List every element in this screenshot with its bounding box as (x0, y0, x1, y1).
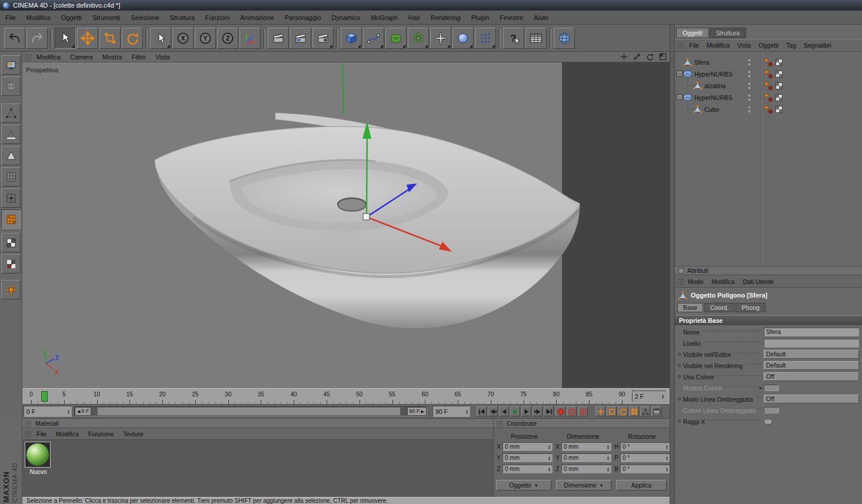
browser-globe-button[interactable] (554, 28, 575, 49)
menu-item-modifica[interactable]: Modifica (707, 42, 730, 49)
enable-dot[interactable] (764, 70, 768, 74)
uv-texture-button[interactable] (1, 233, 21, 252)
range-track[interactable] (97, 407, 401, 416)
spinner-icon[interactable]: ▲▼ (664, 456, 670, 460)
add-hypernurbs-button[interactable] (385, 28, 407, 49)
menu-item-personaggio[interactable]: Personaggio (285, 14, 321, 21)
spinner-icon[interactable]: ▲▼ (547, 445, 552, 449)
range-end-field[interactable]: 90 F▲▼ (432, 406, 470, 417)
coordinates-header[interactable]: Coordinate (494, 419, 670, 428)
range-start-field[interactable]: 0 F▲▼ (24, 406, 72, 417)
editor-visibility-dot[interactable] (748, 59, 751, 62)
visibile-nell-editor-dropdown[interactable]: Default (764, 350, 859, 359)
gizmo-center-handle[interactable] (363, 213, 370, 220)
attr-tab-phong[interactable]: Phong (735, 303, 765, 312)
tab-struttura[interactable]: Struttura (710, 28, 746, 38)
record-scale-toggle[interactable] (607, 406, 617, 416)
coord-field[interactable]: 0 mm▲▼ (502, 465, 553, 473)
menu-item-funzioni[interactable]: Funzioni (205, 14, 230, 21)
menu-item-tag[interactable]: Tag (786, 42, 796, 49)
rotate-tool-button[interactable] (122, 28, 143, 49)
spinner-icon[interactable]: ▲▼ (664, 445, 670, 449)
spinner-icon[interactable]: ▲▼ (464, 409, 470, 414)
object-row-sfera[interactable]: Sfera (675, 56, 862, 68)
menu-item-mograph[interactable]: MoGraph (371, 14, 398, 21)
axis-tool-button[interactable] (430, 28, 451, 49)
zoom-view-icon[interactable] (633, 52, 641, 61)
prev-frame-button[interactable] (499, 406, 509, 416)
next-frame-button[interactable] (521, 406, 531, 416)
coord-field[interactable]: 0 mm▲▼ (502, 453, 553, 462)
editor-visibility-dot[interactable] (748, 94, 751, 97)
menu-item-camere[interactable]: Camere (70, 54, 93, 61)
viewport-layout-button[interactable] (1, 55, 21, 75)
spinner-icon[interactable]: ▲▼ (605, 467, 611, 472)
panel-grip[interactable] (677, 278, 685, 285)
spinner-icon[interactable]: ▲▼ (66, 409, 71, 414)
next-key-button[interactable] (532, 406, 543, 416)
mode2-dropdown[interactable]: Dimensione▼ (556, 480, 611, 490)
collapse-icon[interactable]: − (677, 71, 683, 76)
enable-dot-2[interactable] (768, 62, 773, 66)
menu-item-texture[interactable]: Texture (123, 430, 143, 438)
toggle-view-icon[interactable] (658, 52, 667, 61)
render-visibility-dot[interactable] (748, 98, 751, 101)
coord-field[interactable]: 0 mm▲▼ (502, 442, 553, 451)
anim-dot[interactable] (678, 353, 681, 356)
colore-linea-ombreggiata-swatch[interactable] (764, 407, 779, 413)
object-row-hypernurbs[interactable]: −HyperNURBS (675, 68, 862, 80)
editor-visibility-dot[interactable] (748, 106, 751, 109)
object-axis-mode-button[interactable] (1, 188, 21, 208)
menu-item-dati-utente[interactable]: Dati Utente (743, 278, 774, 285)
menu-item-mostra[interactable]: Mostra (102, 54, 122, 61)
record-keyframe-button[interactable] (555, 406, 565, 416)
help-button[interactable]: ? (503, 28, 524, 49)
viewport-canvas[interactable]: Y Z X (22, 62, 670, 388)
timeline-ruler[interactable]: 2 F▲▼ 0510152025303540455055606570758085… (22, 388, 670, 405)
preview-range-slider[interactable]: ◀0 F 90 F▶ (74, 406, 427, 416)
gizmo-y-axis[interactable] (367, 136, 367, 217)
panel-grip[interactable] (25, 420, 32, 426)
render-visibility-dot[interactable] (748, 63, 751, 66)
undo-button[interactable] (4, 28, 25, 49)
menu-item-vista[interactable]: Vista (737, 42, 751, 49)
coord-field[interactable]: 0 mm▲▼ (561, 465, 611, 473)
enable-dot[interactable] (764, 105, 768, 109)
panel-grip[interactable] (496, 420, 504, 426)
attributes-section-header[interactable]: Proprietà Base (675, 315, 862, 325)
spinner-icon[interactable]: ▲▼ (547, 456, 552, 460)
enable-dot[interactable] (764, 94, 768, 98)
mode1-dropdown[interactable]: Oggetto▼ (496, 480, 551, 490)
menu-item-dynamics[interactable]: Dynamics (332, 14, 360, 21)
add-cube-button[interactable] (341, 28, 362, 49)
prev-key-button[interactable] (488, 406, 498, 416)
menu-item-modifica[interactable]: Modifica (56, 430, 79, 438)
menu-item-funzione[interactable]: Funzione (88, 430, 114, 438)
texture-tag-icon[interactable] (776, 106, 783, 113)
points-mode-button[interactable] (1, 104, 21, 123)
menu-item-strumenti[interactable]: Strumenti (92, 14, 120, 21)
pan-view-icon[interactable] (620, 52, 628, 61)
model-mode-button[interactable] (1, 167, 21, 186)
record-rotation-toggle[interactable] (618, 406, 628, 416)
anim-dot[interactable] (678, 364, 681, 367)
object-row-alzatina[interactable]: alzatina (675, 80, 862, 92)
redo-button[interactable] (26, 28, 48, 49)
move-tool-button[interactable] (77, 28, 98, 49)
material-thumbnail-nuovo[interactable]: Nuovo (25, 442, 52, 475)
panel-grip[interactable] (25, 430, 32, 437)
anim-dot[interactable] (678, 375, 681, 378)
selection-filter-button[interactable] (150, 28, 171, 49)
record-position-toggle[interactable] (595, 406, 605, 416)
panel-grip[interactable] (677, 42, 685, 49)
viewport[interactable]: Y Z X Prospettiva (22, 62, 670, 388)
enable-dot-2[interactable] (768, 74, 773, 78)
menu-item-struttura[interactable]: Struttura (170, 14, 195, 21)
attr-tab-base[interactable]: Base (677, 303, 703, 312)
menu-item-modifica[interactable]: Modifica (26, 14, 51, 21)
render-visibility-dot[interactable] (748, 75, 751, 78)
coordinate-system-button[interactable] (239, 28, 261, 49)
editor-visibility-dot[interactable] (748, 71, 751, 74)
scale-tool-button[interactable] (99, 28, 121, 49)
axis-ball-button[interactable] (1, 280, 21, 299)
